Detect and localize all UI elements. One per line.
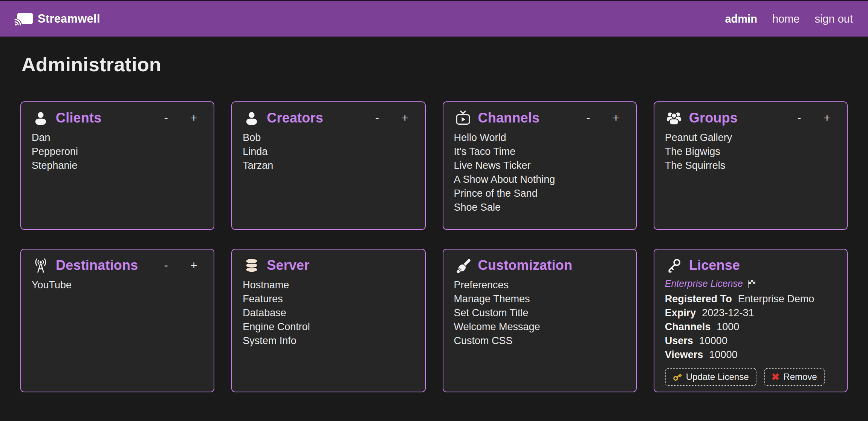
list-item[interactable]: Custom CSS <box>454 334 625 348</box>
list-item[interactable]: The Bigwigs <box>665 145 836 159</box>
checkered-flag-icon <box>747 279 756 289</box>
list-item[interactable]: Preferences <box>454 278 625 292</box>
list-item[interactable]: It's Taco Time <box>454 145 625 159</box>
cast-icon <box>14 12 33 26</box>
broadcast-tower-icon <box>32 257 50 274</box>
card-title: Channels <box>478 110 540 126</box>
list-item[interactable]: Dan <box>32 131 203 145</box>
license-field-value: 2023-12-31 <box>702 307 754 318</box>
card-channels: Channels - + Hello World It's Taco Time … <box>443 101 637 230</box>
license-field-value: 10000 <box>699 335 727 346</box>
nav-home[interactable]: home <box>772 13 800 25</box>
list-item[interactable]: Manage Themes <box>454 292 625 306</box>
license-field-label: Viewers <box>665 349 703 360</box>
list-item[interactable]: Pepperoni <box>32 145 203 159</box>
clients-add-button[interactable]: + <box>188 111 200 125</box>
brand-name: Streamwell <box>38 12 100 26</box>
card-title: Creators <box>267 110 323 126</box>
update-license-label: Update License <box>686 372 749 382</box>
channels-remove-button[interactable]: - <box>584 111 592 125</box>
license-field: Channels1000 <box>665 320 836 334</box>
update-license-button[interactable]: Update License <box>665 368 756 386</box>
card-title: Clients <box>56 110 101 126</box>
paintbrush-icon <box>454 257 472 274</box>
nav-admin[interactable]: admin <box>725 13 757 25</box>
database-icon <box>243 257 261 274</box>
app-header: Streamwell admin home sign out <box>0 0 868 37</box>
card-title: License <box>689 257 740 273</box>
user-icon <box>32 110 50 126</box>
list-item[interactable]: System Info <box>243 334 414 348</box>
list-item[interactable]: Engine Control <box>243 320 414 334</box>
remove-license-button[interactable]: ✖ Remove <box>764 368 825 386</box>
card-destinations: Destinations - + YouTube <box>20 249 214 392</box>
license-field-value: Enterprise Demo <box>738 293 815 305</box>
gold-key-icon <box>672 372 682 382</box>
list-item[interactable]: Bob <box>243 131 414 145</box>
list-item[interactable]: Hello World <box>454 131 625 145</box>
tv-icon <box>454 110 472 126</box>
list-item[interactable]: Features <box>243 292 414 306</box>
license-field-label: Channels <box>665 321 711 332</box>
list-item[interactable]: Peanut Gallery <box>665 131 836 145</box>
card-license: License Enterprise License Registered To… <box>654 249 848 392</box>
list-item[interactable]: Stephanie <box>32 159 203 173</box>
user-icon <box>243 110 261 126</box>
license-field: Users10000 <box>665 334 836 348</box>
creators-add-button[interactable]: + <box>399 111 411 125</box>
license-field: Registered ToEnterprise Demo <box>665 292 836 306</box>
brand-logo[interactable]: Streamwell <box>14 12 100 26</box>
list-item[interactable]: Database <box>243 306 414 320</box>
license-field-label: Registered To <box>665 293 732 305</box>
top-nav: admin home sign out <box>725 13 853 25</box>
license-field-value: 10000 <box>709 349 737 360</box>
list-item[interactable]: Welcome Message <box>454 320 625 334</box>
clients-remove-button[interactable]: - <box>162 111 170 125</box>
list-item[interactable]: Shoe Sale <box>454 201 625 214</box>
card-title: Customization <box>478 257 573 273</box>
license-field-label: Expiry <box>665 307 696 318</box>
groups-add-button[interactable]: + <box>821 111 833 125</box>
remove-license-label: Remove <box>783 372 817 382</box>
list-item[interactable]: Set Custom Title <box>454 306 625 320</box>
list-item[interactable]: Prince of the Sand <box>454 187 625 201</box>
key-icon <box>665 257 683 274</box>
channels-add-button[interactable]: + <box>610 111 622 125</box>
card-title: Destinations <box>56 257 138 273</box>
groups-remove-button[interactable]: - <box>795 111 803 125</box>
license-badge: Enterprise License <box>665 278 836 289</box>
card-title: Server <box>267 257 309 273</box>
list-item[interactable]: Tarzan <box>243 159 414 173</box>
license-field: Viewers10000 <box>665 348 836 362</box>
list-item[interactable]: Linda <box>243 145 414 159</box>
card-title: Groups <box>689 110 738 126</box>
license-field-value: 1000 <box>717 321 739 332</box>
users-icon <box>665 110 683 126</box>
list-item[interactable]: The Squirrels <box>665 159 836 173</box>
license-badge-label: Enterprise License <box>665 278 743 289</box>
card-groups: Groups - + Peanut Gallery The Bigwigs Th… <box>654 101 848 230</box>
destinations-remove-button[interactable]: - <box>162 258 170 273</box>
license-field-label: Users <box>665 335 693 346</box>
list-item[interactable]: Hostname <box>243 278 414 292</box>
card-server: Server Hostname Features Database Engine… <box>231 249 425 392</box>
card-clients: Clients - + Dan Pepperoni Stephanie <box>20 101 214 230</box>
card-creators: Creators - + Bob Linda Tarzan <box>231 101 425 230</box>
nav-sign-out[interactable]: sign out <box>815 13 853 25</box>
list-item[interactable]: Live News Ticker <box>454 159 625 173</box>
page-title: Administration <box>21 53 868 76</box>
list-item[interactable]: A Show About Nothing <box>454 173 625 187</box>
list-item[interactable]: YouTube <box>32 278 203 292</box>
destinations-add-button[interactable]: + <box>188 258 200 273</box>
card-customization: Customization Preferences Manage Themes … <box>443 249 637 392</box>
card-grid: Clients - + Dan Pepperoni Stephanie Crea… <box>0 101 868 392</box>
red-x-icon: ✖ <box>772 372 780 382</box>
license-field: Expiry2023-12-31 <box>665 306 836 320</box>
creators-remove-button[interactable]: - <box>373 111 381 125</box>
